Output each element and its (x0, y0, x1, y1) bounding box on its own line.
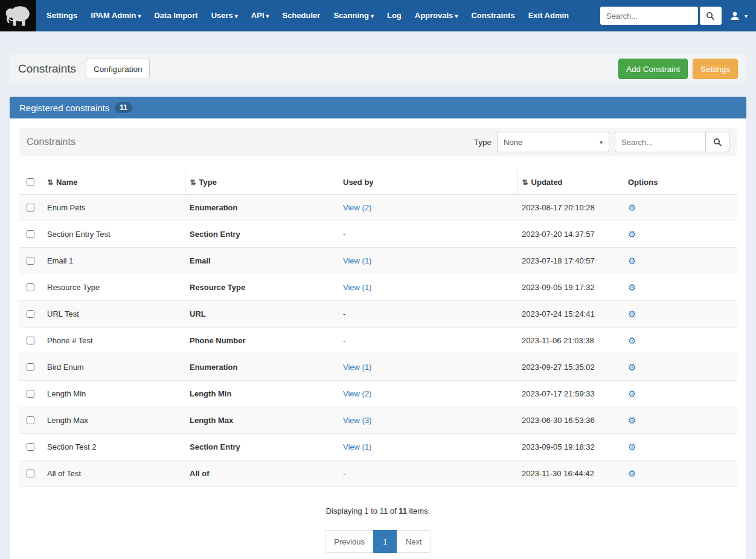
row-checkbox[interactable] (27, 470, 34, 477)
gear-icon[interactable]: ⚙ (628, 362, 636, 372)
constraint-type: Phone Number (185, 328, 338, 354)
gear-icon[interactable]: ⚙ (628, 309, 636, 319)
constraint-updated: 2023-07-17 21:59:33 (517, 381, 623, 407)
used-by-empty: - (343, 336, 345, 345)
constraint-updated: 2023-07-24 15:24:41 (517, 301, 623, 328)
summary-suffix: items. (407, 506, 430, 515)
table-search (615, 132, 729, 152)
nav-item-label: Data Import (154, 11, 197, 20)
row-checkbox[interactable] (27, 390, 34, 398)
used-by-link[interactable]: View (3) (343, 416, 371, 425)
add-constraint-button[interactable]: Add Constraint (618, 59, 688, 79)
constraint-name: Section Test 2 (42, 434, 185, 460)
navbar-search-input[interactable] (600, 7, 698, 25)
nav-item-scanning[interactable]: Scanning▾ (327, 0, 380, 32)
used-by-empty: - (343, 469, 345, 478)
type-select[interactable]: None ▾ (497, 132, 609, 152)
constraint-name: Length Min (42, 381, 185, 407)
table-row: Section Test 2Section EntryView (1)2023-… (19, 434, 737, 460)
nav-item-scheduler[interactable]: Scheduler (276, 0, 327, 32)
chevron-down-icon: ▾ (600, 139, 603, 146)
panel-body: Constraints Type None ▾ (10, 118, 746, 559)
row-checkbox[interactable] (27, 363, 34, 371)
constraint-type: Enumeration (185, 195, 338, 221)
column-header-type[interactable]: ⇅Type (185, 170, 338, 195)
search-icon (713, 138, 722, 147)
gear-icon[interactable]: ⚙ (628, 335, 636, 346)
used-by-link[interactable]: View (1) (343, 283, 371, 292)
search-icon (706, 11, 715, 21)
constraint-type: URL (185, 301, 338, 328)
table-search-input[interactable] (615, 132, 705, 152)
nav-item-settings[interactable]: Settings (40, 0, 84, 32)
chevron-down-icon: ▾ (371, 13, 374, 19)
gear-icon[interactable]: ⚙ (628, 415, 636, 425)
pagination-page-1[interactable]: 1 (373, 530, 397, 553)
column-header-updated[interactable]: ⇅Updated (517, 170, 623, 195)
table-search-button[interactable] (705, 132, 729, 152)
nav-item-log[interactable]: Log (380, 0, 408, 32)
row-checkbox[interactable] (27, 416, 34, 424)
nav-item-api[interactable]: API▾ (245, 0, 276, 32)
gear-icon[interactable]: ⚙ (628, 468, 636, 479)
nav-item-label: Users (211, 11, 233, 20)
gear-icon[interactable]: ⚙ (628, 442, 636, 452)
nav-item-label: Scheduler (283, 11, 321, 20)
row-checkbox[interactable] (27, 337, 34, 344)
used-by-link[interactable]: View (1) (343, 363, 371, 372)
used-by-empty: - (343, 309, 345, 318)
gear-icon[interactable]: ⚙ (628, 389, 636, 399)
gear-icon[interactable]: ⚙ (628, 202, 636, 213)
summary-count: 11 (399, 506, 407, 515)
column-header-name[interactable]: ⇅Name (42, 170, 185, 195)
navbar-right: ▾ (600, 7, 748, 25)
column-header-options: Options (623, 170, 737, 195)
nav-item-exit-admin[interactable]: Exit Admin (522, 0, 575, 32)
nav-item-label: Constraints (471, 11, 514, 20)
nav-item-label: Exit Admin (528, 11, 569, 20)
chevron-down-icon: ▾ (745, 13, 748, 19)
nav-item-users[interactable]: Users▾ (205, 0, 245, 32)
nav-item-data-import[interactable]: Data Import (147, 0, 204, 32)
gear-icon[interactable]: ⚙ (628, 256, 636, 266)
select-all-checkbox[interactable] (27, 178, 34, 186)
row-checkbox[interactable] (27, 310, 34, 318)
pagination-next[interactable]: Next (397, 530, 431, 553)
page-header: Constraints Configuration Add Constraint… (10, 54, 746, 83)
table-row: Email 1EmailView (1)2023-07-18 17:40:57⚙ (19, 248, 737, 274)
type-select-value: None (504, 138, 522, 147)
used-by-link[interactable]: View (2) (343, 203, 371, 212)
row-checkbox[interactable] (27, 204, 34, 212)
gear-icon[interactable]: ⚙ (628, 229, 636, 239)
filter-bar: Constraints Type None ▾ (19, 128, 737, 156)
app-logo[interactable] (0, 0, 36, 31)
nav-item-constraints[interactable]: Constraints (464, 0, 521, 32)
gear-icon[interactable]: ⚙ (628, 282, 636, 292)
constraint-updated: 2023-09-05 19:17:32 (517, 274, 623, 301)
row-checkbox[interactable] (27, 283, 34, 291)
chevron-down-icon: ▾ (235, 13, 238, 19)
used-by-link[interactable]: View (1) (343, 442, 371, 451)
constraint-type: Section Entry (185, 434, 338, 460)
user-menu[interactable]: ▾ (730, 11, 748, 21)
constraints-table: ⇅Name⇅TypeUsed by⇅UpdatedOptions Enum Pe… (19, 170, 737, 487)
configuration-button[interactable]: Configuration (86, 59, 150, 79)
settings-button[interactable]: Settings (693, 59, 738, 79)
results-summary: Displaying 1 to 11 of 11 items. (19, 506, 737, 515)
constraint-updated: 2023-11-06 21:03:38 (517, 328, 623, 354)
used-by-link[interactable]: View (1) (343, 256, 371, 265)
row-checkbox[interactable] (27, 230, 34, 238)
filter-title: Constraints (27, 137, 75, 147)
panel-heading: Registered constraints 11 (10, 97, 746, 118)
column-header-label: Used by (343, 178, 374, 187)
row-checkbox[interactable] (27, 443, 34, 451)
nav-item-ipam-admin[interactable]: IPAM Admin▾ (84, 0, 147, 32)
pagination-previous[interactable]: Previous (325, 530, 374, 553)
used-by-link[interactable]: View (2) (343, 389, 371, 398)
table-row: Enum PetsEnumerationView (2)2023-08-17 2… (19, 195, 737, 221)
navbar-search-button[interactable] (700, 7, 722, 25)
nav-item-approvals[interactable]: Approvals▾ (408, 0, 465, 32)
table-row: Resource TypeResource TypeView (1)2023-0… (19, 274, 737, 301)
constraint-updated: 2023-09-27 15:35:02 (517, 354, 623, 381)
row-checkbox[interactable] (27, 257, 34, 265)
